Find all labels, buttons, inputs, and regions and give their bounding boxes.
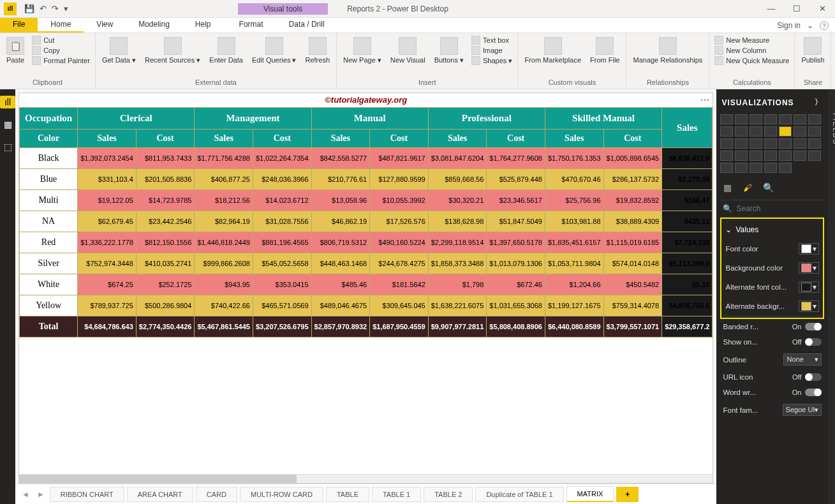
format-tab-icon[interactable]: 🖌 <box>742 182 753 193</box>
format-search-input[interactable] <box>736 204 822 213</box>
viz-type-14[interactable] <box>720 138 733 149</box>
alt-font-color-picker[interactable]: ▾ <box>799 281 819 293</box>
row-label[interactable]: Yellow <box>20 295 78 316</box>
cell[interactable]: $1,022,264.7354 <box>253 148 311 169</box>
col-header[interactable]: Professional <box>428 108 545 130</box>
total-cell[interactable]: $2,857,970.8932 <box>311 316 370 337</box>
viz-type-9[interactable] <box>750 126 762 137</box>
cell[interactable]: $470,670.46 <box>545 169 603 190</box>
save-icon[interactable]: 💾 <box>24 4 34 13</box>
viz-type-7[interactable] <box>720 126 733 137</box>
viz-type-16[interactable] <box>750 138 762 149</box>
row-label[interactable]: White <box>20 274 78 295</box>
tab-file[interactable]: File <box>0 18 38 33</box>
cell[interactable]: $46,862.19 <box>311 211 370 232</box>
cell[interactable]: $103,981.88 <box>545 211 603 232</box>
cell[interactable]: $23,442.2546 <box>136 211 195 232</box>
measure-header[interactable]: Cost <box>603 130 662 148</box>
cell[interactable]: $672.46 <box>487 274 545 295</box>
qat-dropdown-icon[interactable]: ▾ <box>64 4 68 13</box>
textbox-button[interactable]: Text box <box>471 36 512 45</box>
cell[interactable]: $1,397,650.5178 <box>487 232 545 253</box>
cell[interactable]: $500,286.9804 <box>136 295 195 316</box>
cell[interactable]: $181.5642 <box>370 274 429 295</box>
viz-type-12[interactable] <box>794 126 806 137</box>
total-cell[interactable]: $2,774,350.4426 <box>136 316 195 337</box>
viz-type-32[interactable] <box>779 163 792 173</box>
cell[interactable]: $759,314.4078 <box>603 295 662 316</box>
row-header-occupation[interactable]: Occupation <box>20 108 78 130</box>
close-button[interactable]: ✕ <box>809 4 835 13</box>
col-header[interactable]: Manual <box>311 108 428 130</box>
viz-type-20[interactable] <box>808 138 821 149</box>
cell[interactable]: $17,526.576 <box>370 211 429 232</box>
outline-dropdown[interactable]: None▾ <box>783 353 822 366</box>
row-total[interactable]: $7,724,330 <box>662 232 713 253</box>
cell[interactable]: $525,879.448 <box>487 169 545 190</box>
matrix-visual[interactable]: OccupationClericalManagementManualProfes… <box>19 107 713 337</box>
page-tab[interactable]: MATRIX <box>566 486 614 502</box>
redo-icon[interactable]: ↷ <box>52 4 59 13</box>
cell[interactable]: $1,204.66 <box>545 274 603 295</box>
cell[interactable]: $811,953.7433 <box>136 148 195 169</box>
cell[interactable]: $51,847.5049 <box>487 211 545 232</box>
col-header[interactable]: Skilled Manual <box>545 108 661 130</box>
row-total[interactable]: $5,113,389.0 <box>662 253 713 274</box>
cell[interactable]: $248,036.3966 <box>253 169 311 190</box>
table-row[interactable]: Multi$19,122.05$14,723.9785$18,212.56$14… <box>20 190 713 211</box>
cell[interactable]: $812,150.1556 <box>136 232 195 253</box>
cell[interactable]: $244,678.4275 <box>370 253 429 274</box>
cell[interactable]: $545,052.5658 <box>253 253 311 274</box>
cell[interactable]: $450.5482 <box>603 274 662 295</box>
total-cell[interactable]: $4,684,786.643 <box>78 316 137 337</box>
cell[interactable]: $14,723.9785 <box>136 190 195 211</box>
page-tab[interactable]: TABLE 2 <box>424 487 473 502</box>
cell[interactable]: $789,937.725 <box>78 295 137 316</box>
maximize-button[interactable]: ☐ <box>784 4 809 13</box>
collapse-ribbon-icon[interactable]: ⌄ <box>807 21 813 30</box>
horizontal-scrollbar[interactable] <box>19 474 713 483</box>
row-label[interactable]: Multi <box>20 190 78 211</box>
page-tab[interactable]: Duplicate of TABLE 1 <box>475 487 563 502</box>
cell[interactable]: $1,858,373.3488 <box>428 253 487 274</box>
row-total[interactable]: $5,10 <box>662 274 713 295</box>
col-header[interactable]: Management <box>195 108 311 130</box>
page-tab[interactable]: RIBBON CHART <box>50 487 124 502</box>
cell[interactable]: $485.46 <box>311 274 370 295</box>
measure-header[interactable]: Sales <box>545 130 603 148</box>
viz-type-23[interactable] <box>750 151 762 161</box>
banded-rows-toggle[interactable] <box>805 323 822 330</box>
cell[interactable]: $1,764,277.9608 <box>487 148 545 169</box>
cell[interactable]: $13,058.96 <box>311 190 370 211</box>
col-header-total[interactable]: Sales <box>662 108 713 148</box>
viz-type-5[interactable] <box>794 114 806 124</box>
viz-type-31[interactable] <box>764 163 777 173</box>
cell[interactable]: $1,053,711.9804 <box>545 253 603 274</box>
url-icon-toggle[interactable] <box>805 373 822 381</box>
from-file-button[interactable]: From File <box>589 36 621 65</box>
tab-help[interactable]: Help <box>182 18 224 33</box>
expand-fields-icon[interactable]: 〈 <box>832 96 835 107</box>
tab-view[interactable]: View <box>84 18 126 33</box>
measure-header[interactable]: Cost <box>136 130 195 148</box>
cell[interactable]: $18,212.56 <box>195 190 253 211</box>
table-row[interactable]: Yellow$789,937.725$500,286.9804$740,422.… <box>20 295 713 316</box>
cell[interactable]: $1,031,655.3068 <box>487 295 545 316</box>
cell[interactable]: $252.1725 <box>136 274 195 295</box>
viz-type-10[interactable] <box>764 126 777 137</box>
cell[interactable]: $806,719.5312 <box>311 232 370 253</box>
total-cell[interactable]: $3,207,526.6795 <box>253 316 311 337</box>
cell[interactable]: $406,877.25 <box>195 169 253 190</box>
cell[interactable]: $2,299,118.9514 <box>428 232 487 253</box>
measure-header[interactable]: Cost <box>253 130 311 148</box>
cell[interactable]: $487,821.9617 <box>370 148 429 169</box>
cell[interactable]: $19,122.05 <box>78 190 137 211</box>
cell[interactable]: $842,558.5277 <box>311 148 370 169</box>
viz-type-27[interactable] <box>808 151 821 161</box>
cell[interactable]: $38,889.4309 <box>603 211 662 232</box>
cell[interactable]: $752,974.3448 <box>78 253 137 274</box>
image-button[interactable]: Image <box>471 46 512 55</box>
cell[interactable]: $448,463.1468 <box>311 253 370 274</box>
refresh-button[interactable]: Refresh <box>304 36 331 65</box>
help-icon[interactable]: ? <box>820 21 829 30</box>
